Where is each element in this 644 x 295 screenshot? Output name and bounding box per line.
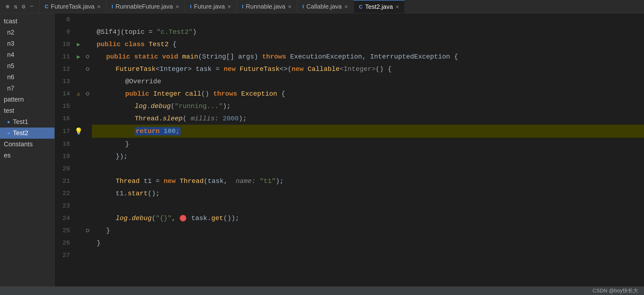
string-running: "running..."	[175, 102, 223, 110]
run-gutter-25	[74, 224, 83, 237]
sidebar-item-n7[interactable]: n7	[0, 83, 54, 94]
code-content-19[interactable]: });	[92, 150, 644, 162]
code-content-15[interactable]: log.debug("running...");	[92, 100, 644, 112]
method-call: call	[185, 90, 201, 98]
tab-test2-close[interactable]: ✕	[395, 4, 399, 9]
log-debug-15: log	[135, 102, 146, 110]
bookmark-dot-11	[86, 55, 89, 58]
minimize-icon[interactable]: −	[30, 3, 34, 10]
sidebar-item-n2[interactable]: n2	[0, 27, 54, 38]
method-debug-15: debug	[151, 102, 171, 110]
code-content-24[interactable]: log.debug("{}", task.get());	[92, 212, 644, 224]
bookmark-25[interactable]	[83, 224, 92, 237]
tab-callable-close[interactable]: ✕	[344, 4, 348, 9]
run-button-10[interactable]: ▶	[77, 41, 80, 48]
code-content-18[interactable]: }	[92, 138, 644, 150]
kw-new-callable: new	[292, 66, 308, 73]
method-get: get	[211, 214, 223, 222]
split-icon[interactable]: ⇅	[14, 3, 18, 10]
brace-close-25: }	[106, 227, 110, 234]
sidebar-item-test2[interactable]: ● Test2	[0, 128, 54, 139]
sidebar-item-es[interactable]: es	[0, 150, 54, 161]
method-sleep: sleep	[163, 115, 183, 122]
kw-new-12: new	[224, 66, 240, 73]
sidebar-item-n4[interactable]: n4	[0, 49, 54, 60]
tab-runnable[interactable]: I Runnable.java ✕	[237, 0, 297, 13]
code-content-14[interactable]: public Integer call() throws Exception {	[92, 88, 644, 100]
code-line-19: 19 });	[55, 150, 644, 162]
space-name	[256, 178, 260, 185]
tab-future-task-close[interactable]: ✕	[97, 4, 101, 9]
line-num-27: 27	[55, 249, 74, 262]
bookmark-23	[83, 200, 92, 212]
bookmark-11[interactable]	[83, 50, 92, 63]
settings-icon[interactable]: ⚙	[22, 3, 26, 10]
annotation-close: )	[192, 28, 196, 36]
code-area[interactable]: 8 9 @Slf4j(topic = "c.Test2") 10 ▶ publi…	[55, 13, 644, 286]
method-start: start	[128, 190, 148, 197]
classname-futuretask2: FutureTask	[240, 66, 280, 73]
tab-future[interactable]: I Future.java ✕	[185, 0, 237, 13]
sidebar-item-n3[interactable]: n3	[0, 38, 54, 49]
run-gutter-21	[74, 175, 83, 187]
code-content-16[interactable]: Thread.sleep( millis: 2000);	[92, 112, 644, 125]
code-content-26[interactable]: }	[92, 237, 644, 249]
code-content-20[interactable]	[92, 162, 644, 175]
run-gutter-11[interactable]: ▶	[74, 50, 83, 63]
tab-runnable-future-close[interactable]: ✕	[176, 4, 180, 9]
tab-future-task[interactable]: C FutureTask.java ✕	[40, 0, 106, 13]
code-content-17[interactable]: return 100;	[92, 125, 644, 138]
run-button-11[interactable]: ▶	[77, 53, 80, 60]
code-content-25[interactable]: }	[92, 224, 644, 237]
kw-class-10: class	[125, 41, 149, 48]
lightbulb-icon-17[interactable]: 💡	[74, 127, 83, 135]
tab-future-close[interactable]: ✕	[227, 4, 231, 9]
kw-void-11: void	[162, 53, 182, 60]
code-content-8[interactable]	[92, 13, 644, 26]
code-line-8: 8	[55, 13, 644, 26]
code-content-10[interactable]: public class Test2 {	[92, 38, 644, 50]
code-line-11: 11 ▶ public static void main(String[] ar…	[55, 50, 644, 63]
code-content-27[interactable]	[92, 249, 644, 262]
code-content-21[interactable]: Thread t1 = new Thread(task, name: "t1")…	[92, 175, 644, 187]
sidebar-item-test[interactable]: test	[0, 105, 54, 116]
code-content-22[interactable]: t1.start();	[92, 187, 644, 200]
tab-runnable-close[interactable]: ✕	[288, 4, 292, 9]
sidebar-item-constants[interactable]: Constants	[0, 139, 54, 150]
tab-test2[interactable]: C Test2.java ✕	[354, 0, 405, 13]
sidebar-item-tcast[interactable]: tcast	[0, 16, 54, 27]
line-num-15: 15	[55, 100, 74, 112]
sidebar-item-test1[interactable]: ● Test1	[0, 116, 54, 128]
bookmark-12[interactable]	[83, 63, 92, 75]
bookmark-14[interactable]	[83, 88, 92, 100]
tab-runnable-future[interactable]: I RunnableFuture.java ✕	[106, 0, 185, 13]
brace-close-26: }	[96, 239, 101, 247]
navigate-icon[interactable]: ⊕	[6, 3, 10, 10]
code-content-13[interactable]: @Override	[92, 75, 644, 88]
thread-new-21: Thread	[180, 178, 204, 185]
code-line-23: 23	[55, 200, 644, 212]
throws-keyword: throws	[262, 53, 286, 60]
sidebar-item-pattern[interactable]: pattern	[0, 94, 54, 105]
kw-public-10: public	[96, 41, 125, 48]
sidebar-item-n5[interactable]: n5	[0, 60, 54, 72]
line-num-18: 18	[55, 138, 74, 150]
future-icon: I	[190, 4, 192, 10]
line-num-13: 13	[55, 75, 74, 88]
code-content-9[interactable]: @Slf4j(topic = "c.Test2")	[92, 26, 644, 38]
code-content-11[interactable]: public static void main(String[] args) t…	[92, 50, 644, 63]
line-num-21: 21	[55, 175, 74, 187]
code-content-23[interactable]	[92, 200, 644, 212]
sidebar-item-n6[interactable]: n6	[0, 72, 54, 83]
run-gutter-20	[74, 162, 83, 175]
code-content-12[interactable]: FutureTask<Integer> task = new FutureTas…	[92, 63, 644, 75]
tab-runnable-future-label: RunnableFuture.java	[116, 3, 173, 10]
thread-class: Thread	[135, 115, 159, 122]
run-gutter-10[interactable]: ▶	[74, 38, 83, 50]
tab-callable[interactable]: I Callable.java ✕	[297, 0, 354, 13]
code-line-18: 18 }	[55, 138, 644, 150]
bookmark-dot-12	[86, 67, 89, 71]
generic-diamond: <>(	[280, 66, 292, 73]
sidebar: tcast n2 n3 n4 n5 n6 n7 pattern test ● T…	[0, 13, 55, 286]
run-gutter-17: 💡	[74, 125, 83, 138]
